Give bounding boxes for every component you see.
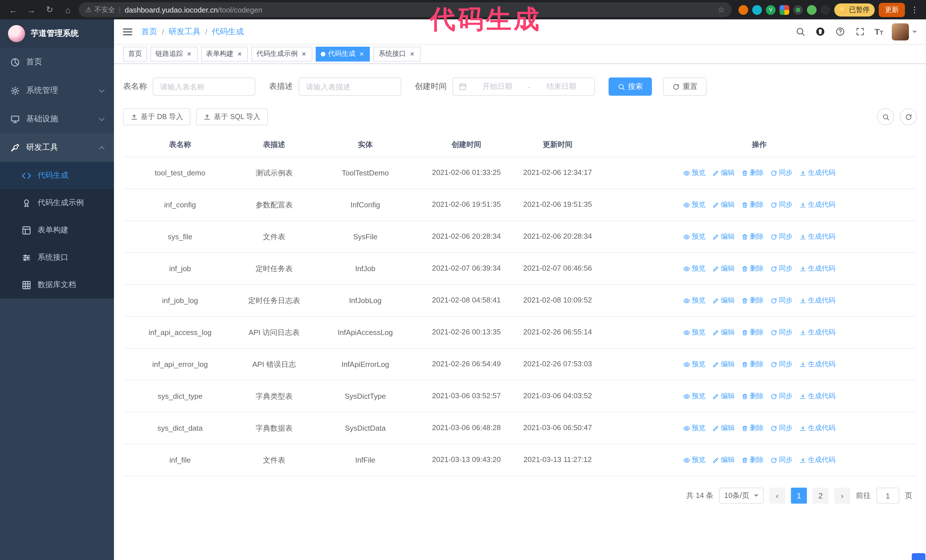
extension-icon[interactable] — [820, 5, 830, 15]
delete-link[interactable]: 删除 — [741, 328, 764, 337]
next-page-button[interactable]: › — [834, 488, 850, 504]
breadcrumb-home[interactable]: 首页 — [141, 27, 157, 37]
generate-code-link[interactable]: 生成代码 — [799, 359, 835, 369]
bookmark-star-icon[interactable]: ☆ — [718, 5, 725, 14]
generate-code-link[interactable]: 生成代码 — [799, 391, 835, 401]
sync-link[interactable]: 同步 — [770, 296, 793, 305]
preview-link[interactable]: 预览 — [683, 232, 705, 242]
table-desc-input[interactable] — [299, 77, 401, 96]
sync-link[interactable]: 同步 — [770, 264, 793, 273]
preview-link[interactable]: 预览 — [683, 359, 705, 369]
generate-code-link[interactable]: 生成代码 — [799, 455, 835, 465]
edit-link[interactable]: 编辑 — [712, 391, 735, 401]
preview-link[interactable]: 预览 — [683, 455, 705, 465]
sidebar-item-api[interactable]: 系统接口 — [0, 244, 114, 271]
delete-link[interactable]: 删除 — [741, 264, 764, 273]
tab-close-icon[interactable]: × — [236, 50, 243, 57]
edit-link[interactable]: 编辑 — [712, 232, 735, 242]
sync-link[interactable]: 同步 — [770, 359, 793, 369]
sidebar-item-infra[interactable]: 基础设施 — [0, 105, 114, 133]
delete-link[interactable]: 删除 — [741, 296, 764, 305]
delete-link[interactable]: 删除 — [741, 455, 764, 465]
sync-link[interactable]: 同步 — [770, 168, 793, 178]
page-size-select[interactable]: 10条/页 — [719, 488, 764, 504]
date-range-picker[interactable]: 开始日期 - 结束日期 — [452, 77, 595, 96]
tab-close-icon[interactable]: × — [300, 50, 307, 57]
preview-link[interactable]: 预览 — [683, 264, 705, 273]
breadcrumb-devtools[interactable]: 研发工具 — [169, 27, 201, 37]
prev-page-button[interactable]: ‹ — [769, 488, 785, 504]
import-db-button[interactable]: 基于 DB 导入 — [123, 108, 191, 125]
edit-link[interactable]: 编辑 — [712, 296, 735, 305]
browser-back-icon[interactable]: ← — [6, 2, 21, 17]
sidebar-item-codegen-example[interactable]: 代码生成示例 — [0, 189, 114, 216]
github-icon[interactable] — [815, 26, 826, 37]
sidebar-item-home[interactable]: 首页 — [0, 48, 114, 76]
tab-close-icon[interactable]: × — [186, 50, 192, 57]
generate-code-link[interactable]: 生成代码 — [799, 232, 835, 242]
edit-link[interactable]: 编辑 — [712, 328, 735, 337]
search-button[interactable]: 搜索 — [608, 77, 652, 96]
sidebar-item-codegen[interactable]: 代码生成 — [0, 162, 114, 189]
security-warning[interactable]: ⚠ 不安全 — [85, 5, 115, 15]
browser-reload-icon[interactable]: ↻ — [42, 2, 57, 17]
app-logo[interactable]: 芋道管理系统 — [0, 20, 114, 48]
refresh-table-button[interactable] — [900, 108, 917, 125]
help-icon[interactable] — [835, 26, 846, 37]
delete-link[interactable]: 删除 — [741, 232, 764, 242]
delete-link[interactable]: 删除 — [741, 168, 764, 178]
sync-link[interactable]: 同步 — [770, 391, 793, 401]
paused-badge[interactable]: 已暂停 — [834, 3, 875, 16]
edit-link[interactable]: 编辑 — [712, 200, 735, 210]
sync-link[interactable]: 同步 — [770, 232, 793, 242]
sidebar-item-db-doc[interactable]: 数据库文档 — [0, 271, 114, 299]
delete-link[interactable]: 删除 — [741, 359, 764, 369]
tab[interactable]: 系统接口× — [374, 47, 421, 61]
sidebar-toggle-icon[interactable] — [123, 28, 132, 35]
reset-button[interactable]: 重置 — [663, 77, 707, 96]
browser-forward-icon[interactable]: → — [24, 2, 39, 17]
sync-link[interactable]: 同步 — [770, 200, 793, 210]
delete-link[interactable]: 删除 — [741, 391, 764, 401]
tab[interactable]: 表单构建× — [201, 47, 248, 61]
generate-code-link[interactable]: 生成代码 — [799, 296, 835, 305]
font-size-icon[interactable]: TT — [875, 27, 883, 36]
delete-link[interactable]: 删除 — [741, 200, 764, 210]
tab-close-icon[interactable]: × — [409, 50, 415, 57]
address-bar[interactable]: ⚠ 不安全 | dashboard.yudao.iocoder.cn/tool/… — [79, 2, 732, 17]
tab[interactable]: 代码生成× — [316, 47, 370, 61]
page-button-2[interactable]: 2 — [813, 488, 829, 504]
preview-link[interactable]: 预览 — [683, 168, 705, 178]
sync-link[interactable]: 同步 — [770, 328, 793, 337]
edit-link[interactable]: 编辑 — [712, 423, 735, 433]
sync-link[interactable]: 同步 — [770, 455, 793, 465]
toggle-search-button[interactable] — [877, 108, 894, 125]
edit-link[interactable]: 编辑 — [712, 359, 735, 369]
search-icon[interactable] — [794, 26, 806, 37]
delete-link[interactable]: 删除 — [741, 423, 764, 433]
table-name-input[interactable] — [153, 77, 255, 96]
extension-icon[interactable] — [793, 5, 803, 15]
user-menu[interactable] — [892, 23, 917, 40]
generate-code-link[interactable]: 生成代码 — [799, 168, 835, 178]
sidebar-item-devtools[interactable]: 研发工具 — [0, 133, 114, 162]
extension-icon[interactable] — [738, 5, 748, 15]
extension-icon[interactable] — [779, 5, 789, 15]
tab[interactable]: 首页 — [123, 47, 147, 61]
preview-link[interactable]: 预览 — [683, 423, 705, 433]
tab-close-icon[interactable]: × — [359, 50, 365, 57]
preview-link[interactable]: 预览 — [683, 328, 705, 337]
fullscreen-icon[interactable] — [855, 26, 866, 37]
goto-page-input[interactable] — [876, 488, 899, 504]
extension-icon[interactable] — [807, 5, 817, 15]
preview-link[interactable]: 预览 — [683, 200, 705, 210]
sync-link[interactable]: 同步 — [770, 423, 793, 433]
sidebar-item-form-builder[interactable]: 表单构建 — [0, 216, 114, 244]
generate-code-link[interactable]: 生成代码 — [799, 328, 835, 337]
preview-link[interactable]: 预览 — [683, 296, 705, 305]
preview-link[interactable]: 预览 — [683, 391, 705, 401]
edit-link[interactable]: 编辑 — [712, 264, 735, 273]
edit-link[interactable]: 编辑 — [712, 455, 735, 465]
extension-icon[interactable]: V — [766, 5, 776, 15]
browser-menu-icon[interactable]: ⋮ — [909, 5, 920, 14]
